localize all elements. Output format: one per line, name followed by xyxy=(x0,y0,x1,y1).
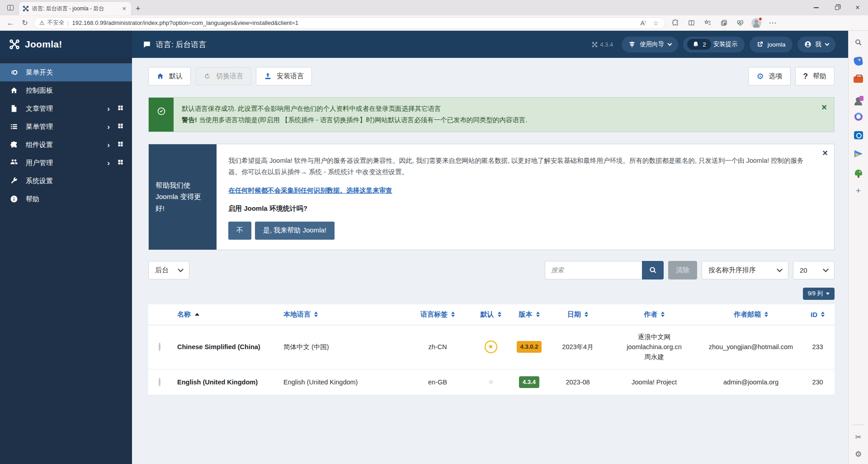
settings-icon[interactable]: ⚙ xyxy=(853,449,864,459)
browser-essentials-icon[interactable] xyxy=(733,19,747,27)
clear-button[interactable]: 清除 xyxy=(668,261,697,279)
outlook-icon[interactable] xyxy=(853,130,864,141)
sidebar-item-system[interactable]: 系统设置 xyxy=(0,172,132,190)
user-menu-button[interactable]: 我 xyxy=(797,37,836,52)
alert-close-icon[interactable]: × xyxy=(814,98,834,132)
restore-button[interactable] xyxy=(826,0,847,15)
options-button[interactable]: ⚙ 选项 xyxy=(748,67,790,85)
dashboard-grid-icon[interactable] xyxy=(117,141,124,149)
stats-close-icon[interactable]: × xyxy=(822,148,828,158)
sidebar-item-menus[interactable]: 菜单管理 › xyxy=(0,118,132,136)
url-text[interactable]: 192.168.0.99/administrator/index.php?opt… xyxy=(72,19,635,26)
profile-avatar[interactable] xyxy=(751,18,761,28)
header-checkbox-col xyxy=(148,308,171,320)
sort-icon xyxy=(764,312,768,317)
sidebar-item-help[interactable]: 帮助 xyxy=(0,190,132,208)
edge-sidebar: + ✂ ⚙ xyxy=(848,31,868,464)
favorite-star-icon[interactable]: ☆ xyxy=(651,19,660,27)
chevron-right-icon[interactable]: › xyxy=(107,123,110,131)
extensions-icon[interactable] xyxy=(668,19,682,27)
sidebar-item-users[interactable]: 用户管理 › xyxy=(0,154,132,172)
games-icon[interactable] xyxy=(853,93,864,104)
message-count-chip: 2 xyxy=(687,39,711,50)
column-header-native[interactable]: 本地语言 xyxy=(277,304,404,325)
help-button[interactable]: ? 帮助 xyxy=(795,67,835,85)
url-field[interactable]: ⚠ 不安全 | 192.168.0.99/administrator/index… xyxy=(33,17,665,29)
guided-tour-button[interactable]: 使用向导 xyxy=(622,37,678,52)
sidebar-item-dashboard[interactable]: 控制面板 xyxy=(0,81,132,99)
view-site-button[interactable]: joomla xyxy=(750,37,793,52)
split-screen-icon[interactable] xyxy=(684,19,698,27)
install-language-button[interactable]: 安装语言 xyxy=(256,67,312,85)
sort-icon xyxy=(661,312,665,317)
upload-icon xyxy=(264,72,272,80)
collections-icon[interactable] xyxy=(717,19,731,27)
more-menu-icon[interactable]: ⋯ xyxy=(766,18,779,28)
gear-icon: ⚙ xyxy=(756,72,764,80)
search-input[interactable] xyxy=(545,261,642,279)
limit-select[interactable]: 20 xyxy=(793,261,835,279)
search-icon[interactable] xyxy=(853,37,864,48)
add-app-icon[interactable]: + xyxy=(853,185,864,196)
stats-yes-button[interactable]: 是, 我来帮助 Joomla! xyxy=(255,222,335,240)
chevron-right-icon[interactable]: › xyxy=(107,105,110,113)
column-header-email[interactable]: 作者邮箱 xyxy=(701,304,801,325)
dashboard-grid-icon[interactable] xyxy=(117,123,124,131)
tab-actions-icon[interactable] xyxy=(4,1,17,14)
alert-line2: 警告! 当使用多语言功能是(即启用 【系统插件 - 语言切换插件】时)网站默认语… xyxy=(182,114,806,126)
address-bar: ← ↻ ⚠ 不安全 | 192.168.0.99/administrator/i… xyxy=(0,15,868,31)
column-header-version[interactable]: 版本 xyxy=(510,304,548,325)
column-header-tag[interactable]: 语言标签 xyxy=(404,304,472,325)
chevron-right-icon[interactable]: › xyxy=(107,159,110,167)
default-button[interactable]: 默认 xyxy=(148,67,191,85)
loop-icon[interactable] xyxy=(853,111,864,122)
minimize-button[interactable] xyxy=(806,0,826,15)
columns-toggle-badge[interactable]: 9/9 列 xyxy=(803,288,835,300)
column-header-name[interactable]: 名称 xyxy=(171,304,277,325)
dashboard-grid-icon[interactable] xyxy=(117,104,124,113)
new-tab-button[interactable]: + xyxy=(136,4,141,14)
joomla-favicon xyxy=(23,5,29,12)
column-header-default[interactable]: 默认 xyxy=(472,304,510,325)
success-alert: 默认语言保存成功. 此设置不会影响用户在他们的个人资料中或者在登录页面选择其它语… xyxy=(148,97,835,132)
column-header-id[interactable]: ID xyxy=(801,305,835,324)
tab-close-icon[interactable]: × xyxy=(121,5,127,12)
post-install-messages-button[interactable]: 2 安装提示 xyxy=(683,37,745,52)
sidebar-item-menu-toggle[interactable]: 菜单开关 xyxy=(0,63,132,81)
search-button[interactable] xyxy=(642,261,664,279)
native-title: English (United Kingdom) xyxy=(277,370,404,394)
default-star-icon[interactable]: ★ xyxy=(485,341,497,353)
site-security-chip[interactable]: ⚠ 不安全 | xyxy=(39,19,69,27)
column-header-author[interactable]: 作者 xyxy=(607,304,701,325)
sidebar-item-content[interactable]: 文章管理 › xyxy=(0,99,132,118)
chevron-right-icon[interactable]: › xyxy=(107,141,110,149)
sort-select[interactable]: 按名称升序排序 xyxy=(702,261,788,279)
row-radio[interactable] xyxy=(159,342,160,351)
shopping-icon[interactable] xyxy=(853,56,864,66)
column-header-date[interactable]: 日期 xyxy=(548,304,607,325)
back-icon[interactable]: ← xyxy=(5,19,16,27)
sort-icon xyxy=(585,312,588,317)
close-window-button[interactable]: × xyxy=(847,0,868,15)
table-row: English (United Kingdom) English (United… xyxy=(148,369,835,395)
author-email: admin@joomla.org xyxy=(701,370,801,394)
refresh-icon[interactable]: ↻ xyxy=(19,19,31,27)
favorites-list-icon[interactable] xyxy=(701,19,714,27)
drop-icon[interactable] xyxy=(853,148,864,159)
screenshot-icon[interactable]: ✂ xyxy=(853,431,864,442)
dashboard-grid-icon[interactable] xyxy=(117,159,124,167)
sidebar-item-components[interactable]: 组件设置 › xyxy=(0,136,132,154)
language-id: 230 xyxy=(801,370,835,394)
browser-tab[interactable]: 语言: 后台语言 - joomla - 后台 × xyxy=(19,2,131,15)
stats-no-button[interactable]: 不 xyxy=(228,222,251,240)
joomla-logo[interactable]: Joomla! xyxy=(0,31,132,58)
client-select[interactable]: 后台 xyxy=(148,261,189,279)
toolbox-icon[interactable] xyxy=(853,74,864,85)
stats-question: 启用 Joomla 环境统计吗? xyxy=(228,204,816,213)
row-radio[interactable] xyxy=(159,378,160,387)
read-aloud-icon[interactable]: A) xyxy=(638,19,647,27)
tree-app-icon[interactable] xyxy=(853,167,864,178)
stats-review-link[interactable]: 在任何时候都不会采集到任何识别数据。选择这里来审查 xyxy=(228,186,392,195)
caret-down-icon xyxy=(826,293,830,295)
switch-language-button[interactable]: 切换语言 xyxy=(195,67,251,85)
